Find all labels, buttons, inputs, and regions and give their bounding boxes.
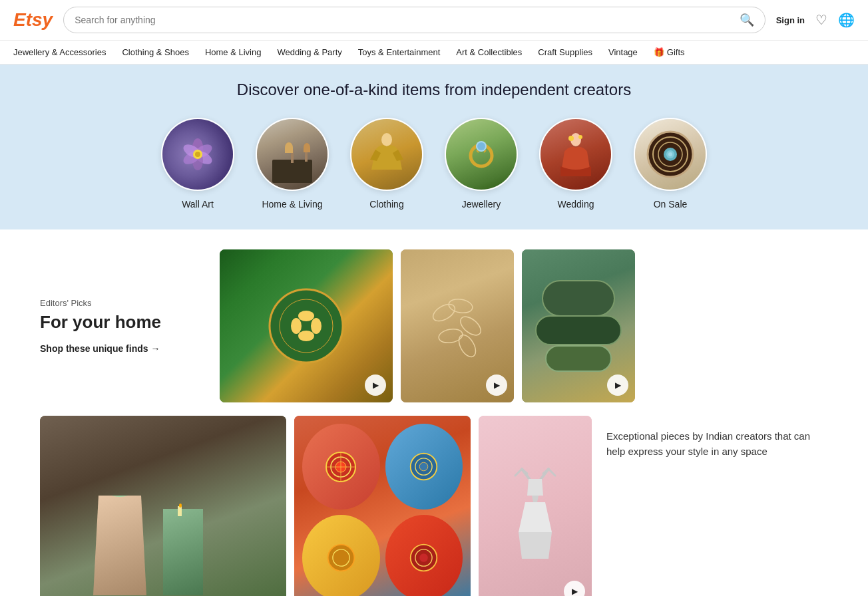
nav-item-clothing[interactable]: Clothing & Shoes xyxy=(122,47,188,57)
ring-illustration xyxy=(461,134,501,174)
category-circle-clothing xyxy=(350,118,423,191)
svg-point-33 xyxy=(455,332,479,359)
sign-in-link[interactable]: Sign in xyxy=(776,15,805,25)
nav-item-craft[interactable]: Craft Supplies xyxy=(538,47,592,57)
svg-marker-53 xyxy=(527,479,543,496)
mandala-4 xyxy=(409,543,439,573)
svg-point-27 xyxy=(291,318,302,334)
svg-point-16 xyxy=(578,135,582,139)
editors-grid: ▶ ▶ xyxy=(220,249,828,402)
svg-point-46 xyxy=(419,553,428,562)
category-circle-jewellery xyxy=(445,118,518,191)
description-box: Exceptional pieces by Indian creators th… xyxy=(600,416,828,472)
svg-point-22 xyxy=(668,152,672,156)
product-leaves[interactable]: ▶ xyxy=(401,249,514,402)
mandala-1 xyxy=(324,450,357,484)
category-label-home: Home & Living xyxy=(262,199,322,210)
leaves-art xyxy=(424,286,491,366)
hero-banner: Discover one-of-a-kind items from indepe… xyxy=(0,65,868,229)
svg-line-48 xyxy=(515,469,522,476)
editors-picks-heading: For your home xyxy=(40,312,206,333)
category-on-sale[interactable]: On Sale xyxy=(634,118,707,210)
wishlist-icon-button[interactable]: ♡ xyxy=(815,12,827,28)
category-circle-wedding xyxy=(539,118,612,191)
pattachitra-art xyxy=(266,286,346,366)
category-label-clothing: Clothing xyxy=(369,199,403,210)
mandala-2 xyxy=(409,452,439,482)
play-button-2[interactable]: ▶ xyxy=(486,374,507,396)
svg-point-7 xyxy=(195,152,200,157)
product-pattachitra[interactable]: ▶ xyxy=(220,249,393,402)
categories-row: Wall Art Home & Living xyxy=(13,118,855,210)
play-button-3[interactable]: ▶ xyxy=(607,374,628,396)
svg-point-32 xyxy=(438,327,464,345)
search-input[interactable] xyxy=(75,15,740,25)
etsy-logo[interactable]: Etsy xyxy=(13,9,53,31)
nav-item-wedding[interactable]: Wedding & Party xyxy=(277,47,341,57)
nav-item-jewellery[interactable]: Jewellery & Accessories xyxy=(13,47,106,57)
product-deer-sculpture[interactable]: ▶ xyxy=(479,416,592,596)
clothing-illustration xyxy=(369,133,405,176)
deer-sculpture xyxy=(509,466,562,559)
product-mandala-boxes[interactable] xyxy=(294,416,471,596)
gift-icon: 🎁 xyxy=(654,47,664,57)
editors-picks-label: Editors' Picks xyxy=(40,298,206,308)
svg-point-11 xyxy=(477,142,485,150)
main-nav: Jewellery & Accessories Clothing & Shoes… xyxy=(0,41,868,65)
nav-item-art[interactable]: Art & Collectibles xyxy=(456,47,522,57)
svg-point-31 xyxy=(457,313,484,339)
category-circle-wall-art xyxy=(161,118,234,191)
svg-point-15 xyxy=(568,136,574,141)
svg-point-42 xyxy=(327,545,354,571)
nav-item-vintage[interactable]: Vintage xyxy=(608,47,638,57)
svg-point-41 xyxy=(419,462,428,471)
header: Etsy 🔍 Sign in ♡ 🌐 xyxy=(0,0,868,41)
category-clothing[interactable]: Clothing xyxy=(350,118,423,210)
category-wedding[interactable]: Wedding xyxy=(539,118,612,210)
mandala-3 xyxy=(326,543,356,573)
search-icon-button[interactable]: 🔍 xyxy=(740,13,754,27)
svg-point-8 xyxy=(381,133,392,146)
plate-illustration xyxy=(644,128,697,181)
category-label-wall-art: Wall Art xyxy=(182,199,214,210)
svg-point-29 xyxy=(430,301,457,324)
svg-line-51 xyxy=(548,469,555,476)
category-jewellery[interactable]: Jewellery xyxy=(445,118,518,210)
svg-point-25 xyxy=(298,311,314,321)
category-label-wedding: Wedding xyxy=(557,199,594,210)
svg-point-30 xyxy=(448,297,474,315)
svg-marker-56 xyxy=(519,532,552,559)
wedding-illustration xyxy=(558,133,594,176)
play-button-1[interactable]: ▶ xyxy=(365,374,386,396)
category-home-living[interactable]: Home & Living xyxy=(256,118,329,210)
header-actions: Sign in ♡ 🌐 xyxy=(776,12,855,28)
nav-item-toys[interactable]: Toys & Entertainment xyxy=(358,47,441,57)
cart-icon-button[interactable]: 🌐 xyxy=(838,12,855,28)
svg-point-23 xyxy=(270,289,343,363)
description-text: Exceptional pieces by Indian creators th… xyxy=(606,429,821,459)
shop-link[interactable]: Shop these unique finds → xyxy=(40,343,206,354)
nav-item-home[interactable]: Home & Living xyxy=(205,47,262,57)
svg-point-28 xyxy=(311,318,322,334)
svg-point-26 xyxy=(298,331,314,341)
search-bar: 🔍 xyxy=(63,7,765,33)
editors-picks-section: Editors' Picks For your home Shop these … xyxy=(0,229,868,416)
svg-marker-54 xyxy=(532,496,539,502)
category-circle-home xyxy=(256,118,329,191)
hero-headline: Discover one-of-a-kind items from indepe… xyxy=(13,80,855,99)
nav-item-gifts[interactable]: 🎁 Gifts xyxy=(654,47,685,57)
category-label-jewellery: Jewellery xyxy=(462,199,501,210)
product-trays[interactable]: ▶ xyxy=(522,249,635,402)
category-circle-onsale xyxy=(634,118,707,191)
flower-illustration xyxy=(178,134,218,174)
svg-marker-55 xyxy=(519,502,552,532)
category-label-onsale: On Sale xyxy=(654,199,688,210)
editors-left-panel: Editors' Picks For your home Shop these … xyxy=(40,249,206,402)
product-vase-candle[interactable] xyxy=(40,416,286,596)
category-wall-art[interactable]: Wall Art xyxy=(161,118,234,210)
second-products-row: ▶ Exceptional pieces by Indian creators … xyxy=(0,416,868,596)
